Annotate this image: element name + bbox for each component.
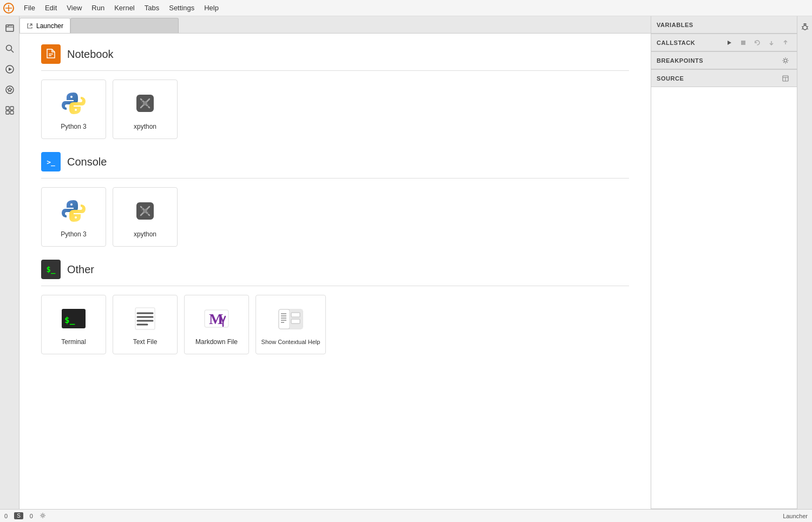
app-logo: [2, 2, 15, 15]
callstack-header: CALLSTACK: [651, 34, 797, 51]
console-cards: Python 3: [41, 187, 629, 247]
notebook-xpython-label: xpython: [134, 123, 156, 130]
notebook-section-icon: [41, 44, 61, 64]
contextual-help-card[interactable]: Show Contextual Help: [256, 295, 326, 354]
menu-help[interactable]: Help: [200, 2, 223, 14]
menu-run[interactable]: Run: [87, 2, 109, 14]
tab-launcher[interactable]: Launcher: [19, 18, 70, 33]
svg-text:$_: $_: [64, 315, 75, 325]
notebook-python3-label: Python 3: [61, 123, 86, 130]
menu-tabs[interactable]: Tabs: [140, 2, 163, 14]
notebook-python3-card[interactable]: Python 3: [41, 80, 106, 139]
svg-point-22: [70, 203, 73, 206]
svg-point-2: [6, 45, 11, 51]
svg-point-54: [803, 25, 807, 30]
status-item-gear: [40, 512, 46, 520]
main-panel: Launcher Notebook: [19, 16, 651, 509]
menu-edit[interactable]: Edit: [41, 2, 61, 14]
svg-rect-15: [10, 111, 14, 114]
right-edge: [797, 16, 812, 509]
svg-marker-46: [728, 41, 731, 45]
sidebar-icon-filebrowser[interactable]: [2, 21, 17, 36]
console-section-icon: >_: [41, 152, 61, 171]
svg-rect-37: [279, 309, 290, 329]
breakpoints-section: BREAKPOINTS: [651, 52, 797, 70]
sidebar-icon-run[interactable]: [2, 62, 17, 77]
sidebar-icon-extensions[interactable]: [2, 103, 17, 118]
callstack-toolbar: [723, 37, 791, 49]
status-launcher: Launcher: [783, 513, 808, 519]
external-link-icon: [27, 23, 33, 29]
svg-point-21: [143, 101, 147, 105]
textfile-card[interactable]: Text File: [113, 295, 178, 354]
launcher-content: Notebook: [19, 34, 651, 509]
svg-line-57: [802, 29, 803, 29]
callstack-stepup-btn[interactable]: [780, 37, 791, 49]
source-toolbar: [780, 72, 791, 84]
svg-line-58: [807, 29, 808, 29]
menu-view[interactable]: View: [62, 2, 86, 14]
svg-rect-14: [6, 111, 9, 114]
svg-point-19: [75, 109, 77, 111]
menu-settings[interactable]: Settings: [165, 2, 199, 14]
other-divider: [41, 286, 629, 286]
console-python3-label: Python 3: [61, 230, 86, 238]
tab-inactive[interactable]: [70, 18, 179, 33]
other-section-title: Other: [67, 263, 94, 276]
contextual-help-label: Show Contextual Help: [259, 339, 323, 345]
sidebar-icon-search[interactable]: [2, 41, 17, 56]
svg-rect-12: [6, 107, 9, 110]
notebook-divider: [41, 70, 629, 71]
source-settings-btn[interactable]: [780, 72, 791, 84]
sidebar-icon-palette[interactable]: [2, 82, 17, 97]
breakpoints-toolbar: [780, 55, 791, 67]
menu-file[interactable]: File: [19, 2, 40, 14]
callstack-play-btn[interactable]: [723, 37, 735, 49]
breakpoints-settings-btn[interactable]: [780, 55, 791, 67]
callstack-stepover-btn[interactable]: [765, 37, 777, 49]
svg-rect-17: [49, 55, 51, 56]
variables-header: VARIABLES: [651, 16, 797, 34]
xpython-notebook-icon: [130, 88, 160, 118]
svg-point-50: [784, 59, 787, 62]
svg-point-25: [143, 209, 147, 213]
menu-kernel[interactable]: Kernel: [110, 2, 139, 14]
source-header: SOURCE: [651, 70, 797, 87]
console-python3-card[interactable]: Python 3: [41, 187, 106, 247]
console-section-title: Console: [67, 156, 107, 168]
tab-bar: Launcher: [19, 16, 651, 34]
console-divider: [41, 178, 629, 179]
edge-bug-icon[interactable]: [799, 21, 811, 32]
content-area: Launcher Notebook: [19, 16, 812, 509]
svg-rect-13: [10, 107, 14, 110]
svg-point-10: [10, 90, 11, 92]
textfile-icon: [130, 303, 160, 334]
right-panel: VARIABLES CALLSTACK: [651, 16, 797, 509]
main-layout: Launcher Notebook: [0, 16, 812, 509]
svg-rect-28: [135, 308, 155, 329]
status-item-1: 0: [30, 513, 33, 519]
svg-point-23: [75, 216, 77, 219]
terminal-card[interactable]: $_ Terminal: [41, 295, 106, 354]
svg-point-6: [6, 86, 14, 94]
callstack-restart-btn[interactable]: [751, 37, 763, 49]
callstack-title: CALLSTACK: [657, 39, 719, 46]
textfile-label: Text File: [133, 338, 158, 346]
svg-point-9: [10, 89, 12, 90]
notebook-xpython-card[interactable]: xpython: [113, 80, 178, 139]
svg-point-18: [70, 96, 73, 98]
breakpoints-header: BREAKPOINTS: [651, 52, 797, 69]
console-xpython-card[interactable]: xpython: [113, 187, 178, 247]
markdown-card[interactable]: M Markdown File: [184, 295, 249, 354]
callstack-stop-btn[interactable]: [737, 37, 749, 49]
status-bar: 0 S 0 Launcher: [0, 509, 812, 522]
svg-rect-44: [291, 313, 300, 317]
tab-launcher-label: Launcher: [36, 22, 63, 30]
callstack-section: CALLSTACK: [651, 34, 797, 52]
terminal-label: Terminal: [61, 338, 86, 346]
notebook-section-header: Notebook: [41, 44, 629, 64]
svg-line-55: [802, 27, 803, 27]
svg-rect-45: [291, 319, 300, 323]
svg-line-3: [11, 50, 14, 53]
svg-rect-1: [6, 25, 14, 31]
